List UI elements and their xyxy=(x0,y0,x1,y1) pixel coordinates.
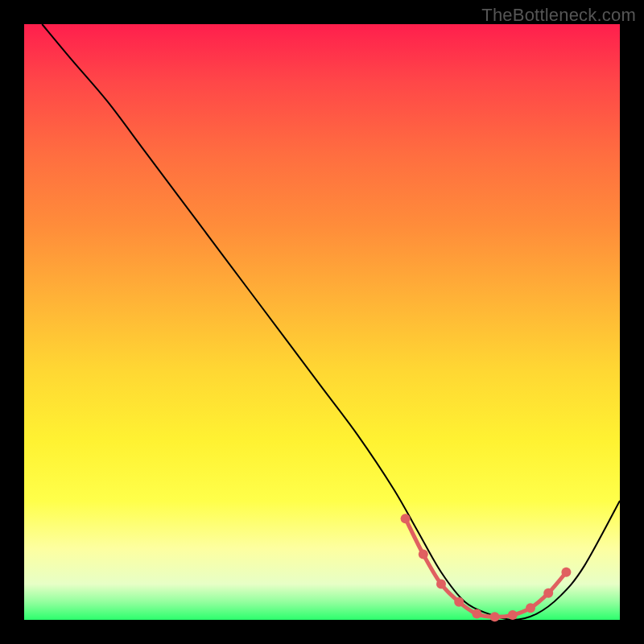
highlight-dot xyxy=(454,597,464,607)
highlight-dot xyxy=(419,550,428,559)
highlight-dot xyxy=(526,603,535,613)
highlight-stroke xyxy=(406,518,567,617)
highlight-dot xyxy=(401,514,411,523)
highlight-dot xyxy=(508,610,518,620)
highlight-dot xyxy=(436,580,446,589)
chart-frame: TheBottleneck.com xyxy=(0,0,644,644)
highlight-dot xyxy=(472,609,481,619)
curve-layer xyxy=(24,24,620,620)
highlight-dot xyxy=(490,612,500,621)
highlight-dot xyxy=(543,588,553,598)
highlight-dot xyxy=(561,568,571,577)
bottleneck-curve xyxy=(42,24,620,620)
plot-area xyxy=(24,24,620,620)
watermark-text: TheBottleneck.com xyxy=(481,5,636,26)
